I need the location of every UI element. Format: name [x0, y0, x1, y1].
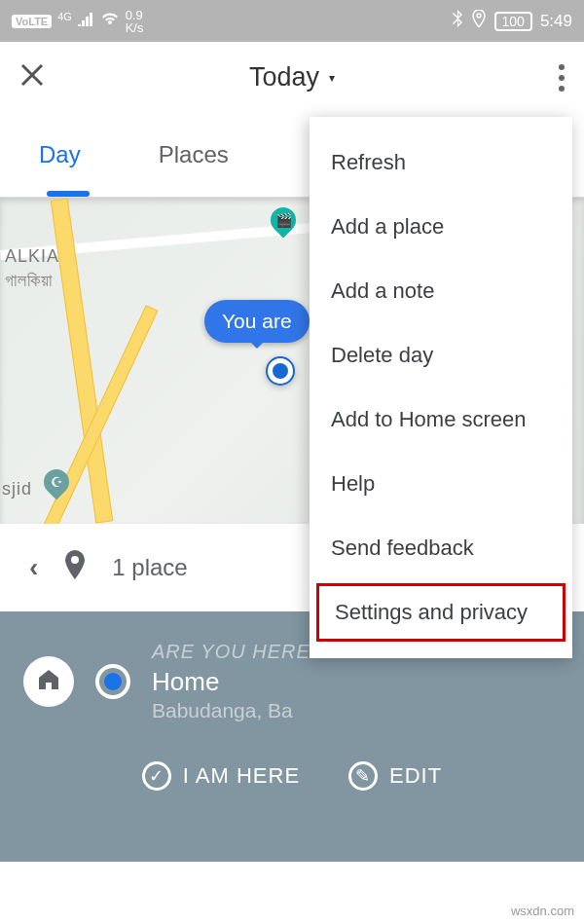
pencil-circle-icon: ✎ — [348, 761, 378, 791]
status-left: VoLTE 4G 0.9 K/s — [12, 9, 143, 34]
overflow-menu: Refresh Add a place Add a note Delete da… — [310, 117, 572, 658]
tab-day[interactable]: Day — [29, 141, 91, 168]
header: Today ▾ — [0, 42, 584, 113]
menu-delete-day[interactable]: Delete day — [310, 323, 572, 388]
menu-send-feedback[interactable]: Send feedback — [310, 516, 572, 580]
bluetooth-icon — [452, 10, 463, 32]
page-title: Today — [249, 62, 319, 92]
watermark: wsxdn.com — [511, 904, 574, 918]
status-right: 100 5:49 — [452, 10, 572, 32]
place-count: 1 place — [112, 554, 187, 581]
radio-selected-icon[interactable] — [95, 664, 130, 699]
map-label-alkia-sub: গালকিয়া — [5, 271, 53, 291]
poi-marker-icon[interactable]: ☪ — [39, 464, 75, 500]
home-icon[interactable] — [23, 656, 74, 707]
tab-places[interactable]: Places — [149, 141, 238, 168]
menu-add-home-screen[interactable]: Add to Home screen — [310, 388, 572, 452]
location-icon — [471, 10, 487, 32]
close-icon[interactable] — [19, 59, 45, 95]
map-label-sjid: sjid — [2, 479, 32, 499]
menu-refresh[interactable]: Refresh — [310, 130, 572, 195]
chevron-left-icon[interactable]: ‹ — [29, 552, 38, 583]
more-icon[interactable] — [559, 64, 565, 92]
app-screen: VoLTE 4G 0.9 K/s 100 5:49 — [0, 0, 584, 924]
menu-add-note[interactable]: Add a note — [310, 259, 572, 323]
current-location-dot[interactable] — [268, 358, 293, 384]
wifi-icon — [100, 11, 120, 31]
you-are-here-pill: You are — [204, 300, 310, 343]
map-label-alkia: ALKIA — [5, 246, 59, 267]
location-address: Babudanga, Ba — [152, 699, 322, 722]
are-you-here-label: ARE YOU HERE? — [152, 641, 322, 663]
i-am-here-button[interactable]: ✓ I AM HERE — [142, 761, 300, 791]
signal-icon: 4G — [57, 11, 93, 32]
menu-settings-privacy[interactable]: Settings and privacy — [313, 580, 568, 645]
status-bar: VoLTE 4G 0.9 K/s 100 5:49 — [0, 0, 584, 42]
edit-button[interactable]: ✎ EDIT — [348, 761, 442, 791]
location-name: Home — [152, 667, 322, 697]
check-circle-icon: ✓ — [142, 761, 171, 791]
clock: 5:49 — [540, 12, 572, 31]
volte-badge: VoLTE — [12, 15, 52, 28]
pin-icon — [63, 550, 87, 586]
location-text: ARE YOU HERE? Home Babudanga, Ba — [152, 641, 322, 722]
battery-indicator: 100 — [494, 12, 532, 31]
caret-down-icon: ▾ — [329, 71, 335, 85]
bottom-bar — [0, 862, 584, 924]
title-dropdown[interactable]: Today ▾ — [249, 62, 335, 92]
menu-help[interactable]: Help — [310, 452, 572, 516]
menu-add-place[interactable]: Add a place — [310, 195, 572, 259]
poi-marker-icon[interactable]: 🎬 — [266, 203, 302, 239]
net-speed: 0.9 K/s — [126, 9, 144, 34]
